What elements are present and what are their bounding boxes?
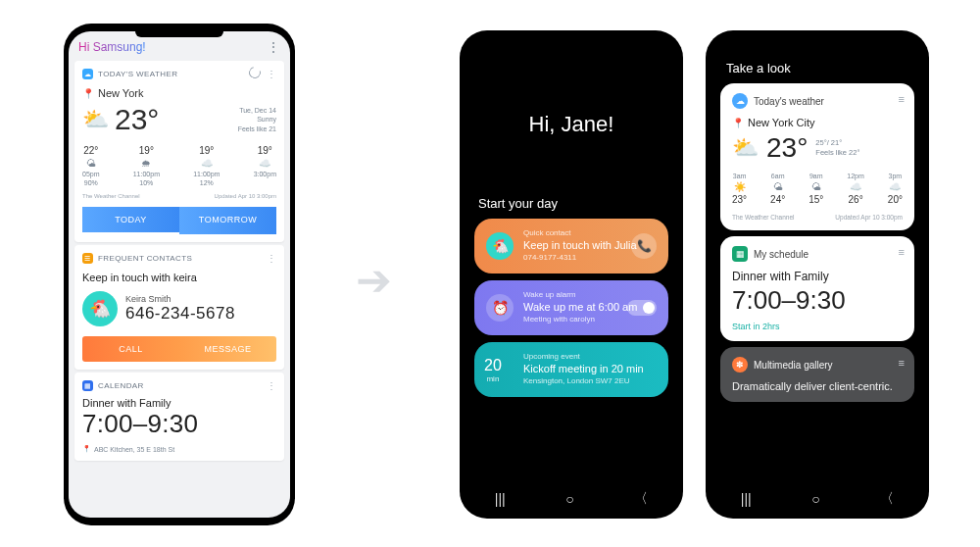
weather-updated: Updated Apr 10 3:00pm	[835, 214, 903, 221]
contact-title: Keep in touch with keira	[82, 272, 276, 283]
current-temp: 23°	[766, 132, 808, 164]
contact-avatar: 🐔	[82, 291, 118, 326]
card-title: Kickoff meeting in 20 min	[523, 363, 655, 374]
phone-old-screen: Hi Samsung! ⋮ ☁ TODAY'S WEATHER ⋮ 📍 New …	[69, 31, 290, 518]
gallery-header: Multimedia gallery	[754, 360, 833, 371]
weather-icon: ☁	[732, 93, 748, 109]
arrow-right-icon: ➔	[356, 255, 392, 305]
recents-icon[interactable]: |||	[741, 491, 752, 507]
contact-number: 646-234-5678	[125, 304, 235, 323]
weather-header: Today's weather	[754, 96, 824, 107]
home-icon[interactable]: ○	[565, 491, 573, 507]
phone-new-home-screen: Hi, Jane! ⋮ Start your day 🐔 Quick conta…	[465, 35, 678, 514]
contact-avatar: 🐔	[486, 232, 514, 260]
event-time: 7:00–9:30	[732, 285, 903, 316]
card-subtitle: Upcoming event	[523, 352, 655, 361]
multimedia-gallery-card[interactable]: ✽ Multimedia gallery ≡ Dramatically deli…	[720, 347, 914, 402]
calendar-header: CALENDAR	[98, 381, 144, 390]
card-more-icon[interactable]: ≡	[899, 246, 905, 258]
greeting-text: Hi, Jane!	[465, 112, 678, 137]
calendar-card[interactable]: ▦ CALENDAR ⋮ Dinner with Family 7:00–9:3…	[74, 373, 284, 461]
phone-old-ui: Hi Samsung! ⋮ ☁ TODAY'S WEATHER ⋮ 📍 New …	[64, 24, 295, 525]
weather-feels-like: Feels like 21	[238, 124, 276, 133]
panel-title: Take a look	[726, 61, 908, 75]
event-title: Dinner with Family	[732, 270, 903, 283]
card-more-icon[interactable]: ⋮	[267, 69, 276, 79]
card-subtitle: Wake up alarm	[523, 290, 655, 299]
weather-source: The Weather Channel	[732, 214, 794, 221]
event-title: Dinner with Family	[82, 397, 276, 409]
card-meta: Kensington, London SW7 2EU	[523, 376, 655, 385]
card-more-icon[interactable]: ⋮	[267, 253, 276, 264]
contacts-badge-icon: ☰	[82, 253, 93, 264]
more-icon[interactable]: ⋮	[267, 40, 280, 54]
schedule-header: My schedule	[754, 249, 808, 260]
city-name: New York City	[748, 117, 814, 128]
android-navbar: ||| ○ 〈	[465, 490, 678, 508]
phone-new-panel-screen: Take a look ☁ Today's weather ≡ 📍 New Yo…	[710, 35, 924, 514]
location-icon: 📍	[82, 445, 91, 453]
card-more-icon[interactable]: ≡	[899, 357, 905, 369]
city-name: New York	[98, 87, 143, 99]
phone-new-home: Hi, Jane! ⋮ Start your day 🐔 Quick conta…	[460, 30, 683, 519]
weather-header: TODAY'S WEATHER	[98, 70, 177, 78]
phone-new-panel: Take a look ☁ Today's weather ≡ 📍 New Yo…	[706, 30, 929, 519]
hourly-forecast: 3am☀️23° 6am🌤24° 9am🌤15° 12pm☁️26° 3pm☁️…	[732, 172, 903, 206]
card-meta: Meeting with carolyn	[523, 315, 655, 323]
feels-like: Feels like 22°	[815, 148, 859, 158]
card-more-icon[interactable]: ≡	[899, 93, 905, 105]
section-title: Start your day	[478, 196, 664, 211]
alarm-toggle[interactable]	[627, 300, 657, 316]
weather-condition: Sunny	[238, 115, 276, 124]
tab-tomorrow[interactable]: TOMORROW	[179, 207, 276, 234]
weather-badge-icon: ☁	[82, 69, 93, 79]
alarm-clock-icon: ⏰	[486, 294, 514, 322]
temp-range: 25°/ 21°	[815, 138, 859, 148]
frequent-contacts-card[interactable]: ☰ FREQUENT CONTACTS ⋮ Keep in touch with…	[74, 245, 284, 370]
upcoming-event-card[interactable]: 20 min Upcoming event Kickoff meeting in…	[474, 342, 668, 397]
greeting-text: Hi Samsung!	[78, 40, 146, 54]
android-navbar: ||| ○ 〈	[710, 490, 924, 508]
weather-updated: Updated Apr 10 3:00pm	[215, 193, 276, 199]
gallery-text: Dramatically deliver client-centric.	[732, 380, 903, 392]
recents-icon[interactable]: |||	[495, 491, 506, 507]
weather-card[interactable]: ☁ Today's weather ≡ 📍 New York City ⛅ 23…	[720, 83, 914, 230]
back-icon[interactable]: 〈	[634, 490, 648, 508]
current-temp: 23°	[115, 103, 159, 136]
event-time: 7:00–9:30	[82, 409, 276, 439]
event-countdown: 20 min	[484, 357, 502, 383]
back-icon[interactable]: 〈	[880, 490, 894, 508]
contact-name: Keira Smith	[125, 294, 235, 304]
hourly-forecast: 22°🌤05pm90% 19°🌧11:00pm10% 19°☁️11:00pm1…	[82, 144, 276, 187]
event-location: ABC Kitchen, 35 E 18th St	[94, 446, 174, 453]
location-pin-icon: 📍	[82, 88, 94, 99]
phone-notch	[135, 31, 223, 37]
home-icon[interactable]: ○	[811, 491, 819, 507]
weather-icon: ⛅	[82, 107, 109, 132]
weather-source: The Weather Channel	[82, 193, 140, 199]
calendar-badge-icon: ▦	[82, 380, 93, 391]
tab-today[interactable]: TODAY	[82, 207, 179, 234]
location-pin-icon: 📍	[732, 118, 744, 128]
event-starts-in: Start in 2hrs	[732, 322, 903, 331]
schedule-card[interactable]: ▦ My schedule ≡ Dinner with Family 7:00–…	[720, 236, 914, 341]
quick-contact-card[interactable]: 🐔 Quick contact Keep in touch with Julia…	[474, 219, 668, 274]
contacts-header: FREQUENT CONTACTS	[98, 254, 192, 263]
weather-date: Tue, Dec 14	[238, 106, 276, 115]
alarm-card[interactable]: ⏰ Wake up alarm Wake up me at 6:00 am Me…	[474, 280, 668, 335]
calendar-icon: ▦	[732, 246, 748, 262]
gallery-icon: ✽	[732, 357, 748, 373]
weather-card[interactable]: ☁ TODAY'S WEATHER ⋮ 📍 New York ⛅ 23° Tue…	[74, 61, 284, 242]
card-more-icon[interactable]: ⋮	[267, 380, 276, 391]
message-button[interactable]: MESSAGE	[179, 336, 276, 362]
call-icon[interactable]: 📞	[631, 233, 657, 259]
weather-condition-icon: ⛅	[732, 135, 759, 161]
call-button[interactable]: CALL	[82, 336, 179, 362]
